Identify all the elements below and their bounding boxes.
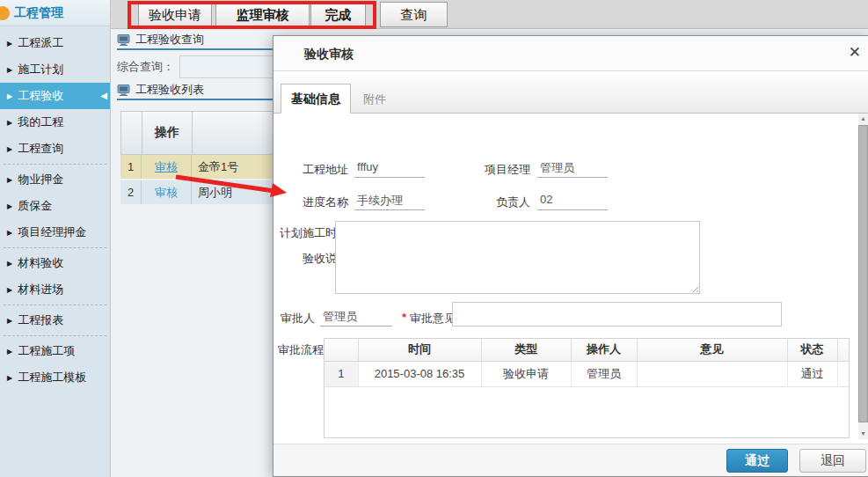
sidebar-item-wuye-yajin[interactable]: ▶物业押金 [0,166,110,193]
dialog-titlebar: 验收审核 ✕ [274,36,868,71]
close-icon[interactable]: ✕ [849,44,861,62]
flow-row-type: 验收申请 [481,361,571,386]
owner-field[interactable]: 02 [537,193,608,210]
project-manager-label: 项目经理 [432,162,530,178]
sidebar-item-label: 我的工程 [18,114,63,130]
bullet-icon: ▶ [7,119,12,127]
sidebar-item-gongcheng-yanshou[interactable]: ▶工程验收◀ [0,83,110,109]
sidebar-item-cailiao-jinchang[interactable]: ▶材料进场 [0,276,110,303]
top-tabbar: 验收申请 监理审核 完成 查询 [111,0,868,29]
tab-supervision-review[interactable]: 监理审核 [215,2,310,27]
sidebar-item-gongcheng-baobiao[interactable]: ▶工程报表 [0,307,110,334]
audit-link[interactable]: 审核 [155,185,178,201]
sidebar-item-label: 工程报表 [18,312,63,328]
flow-row-opinion [637,361,787,386]
bullet-icon: ▶ [7,260,12,268]
sidebar-menu: ▶工程派工 ▶施工计划 ▶工程验收◀ ▶我的工程 ▶工程查询 ▶物业押金 ▶质保… [0,30,110,391]
action-cell: 审核 [142,155,192,179]
flow-row-time: 2015-03-08 16:35 [358,361,481,386]
audit-link[interactable]: 审核 [155,159,178,175]
scroll-down-icon[interactable]: ▼ [858,429,868,439]
approval-opinion-input[interactable] [452,302,782,327]
owner-label: 负责人 [432,194,530,210]
scroll-up-icon[interactable]: ▲ [858,114,868,124]
section-title: 工程验收查询 [135,32,204,48]
tab-attachments[interactable]: 附件 [354,86,395,113]
tab-basic-info[interactable]: 基础信息 [281,84,351,114]
module-dot-icon [0,6,10,20]
project-address-field[interactable]: fffuy [354,160,425,178]
flow-row-status: 通过 [787,361,837,386]
col-header-action: 操作 [142,112,193,154]
dialog-tabstrip: 基础信息 附件 [274,71,868,114]
dialog-title: 验收审核 [304,36,354,71]
flow-row: 1 2015-03-08 16:35 验收申请 管理员 通过 [325,361,849,386]
flow-header-row: 时间 类型 操作人 意见 状态 [325,339,849,361]
sidebar-item-gongcheng-chaxun[interactable]: ▶工程查询 [0,136,110,162]
tab-query[interactable]: 查询 [380,2,448,27]
row-index: 1 [120,155,142,179]
sidebar-item-label: 工程施工模板 [18,370,86,385]
sidebar-item-label: 项目经理押金 [18,224,86,240]
dialog-footer: 通过 退回 [274,444,868,476]
flow-col-type: 类型 [481,339,571,361]
bullet-icon: ▶ [7,176,12,184]
required-asterisk: * [402,311,406,324]
pass-button[interactable]: 通过 [726,449,788,473]
flow-row-index: 1 [325,361,358,386]
bullet-icon: ▶ [7,286,12,294]
progress-name-label: 进度名称 [274,194,348,210]
sidebar-item-gongcheng-shigong-moban[interactable]: ▶工程施工模板 [0,364,110,391]
sidebar-item-shigong-jihua[interactable]: ▶施工计划 [0,56,110,83]
bullet-icon: ▶ [7,92,12,100]
scrollbar-thumb[interactable] [858,125,868,422]
sidebar: 工程管理 ▶工程派工 ▶施工计划 ▶工程验收◀ ▶我的工程 ▶工程查询 ▶物业押… [0,0,111,477]
project-address-label: 工程地址 [274,162,348,178]
bullet-icon: ▶ [7,317,12,325]
tab-complete[interactable]: 完成 [310,2,366,27]
bullet-icon: ▶ [7,40,12,48]
flow-col-status: 状态 [787,339,837,361]
progress-name-field[interactable]: 手续办理 [354,193,425,210]
menu-group-divider [4,335,106,336]
active-item-arrow-icon: ◀ [100,91,107,100]
flow-col-operator: 操作人 [571,339,637,361]
sidebar-item-cailiao-yanshou[interactable]: ▶材料验收 [0,250,110,276]
sidebar-item-zhibaojin[interactable]: ▶质保金 [0,193,110,219]
sidebar-item-label: 质保金 [18,198,52,214]
flow-col-index [325,339,358,361]
bullet-icon: ▶ [7,348,12,356]
project-manager-field[interactable]: 管理员 [537,160,608,178]
sidebar-item-label: 工程查询 [18,141,63,157]
sidebar-item-wode-gongcheng[interactable]: ▶我的工程 [0,109,110,136]
flow-col-extra [837,339,849,361]
sidebar-item-label: 工程施工项 [18,343,75,359]
sidebar-item-label: 材料进场 [18,282,63,297]
action-cell: 审核 [142,180,192,204]
sidebar-item-label: 施工计划 [18,62,63,77]
sidebar-item-xiangmu-jingli-yajin[interactable]: ▶项目经理押金 [0,219,110,246]
monitor-icon [117,84,130,96]
approval-flow-table: 时间 类型 操作人 意见 状态 1 2015-03-08 16:35 验收申请 … [324,338,850,438]
flow-col-opinion: 意见 [637,339,787,361]
sidebar-item-label: 物业押金 [18,172,63,187]
bullet-icon: ▶ [7,374,12,382]
section-title: 工程验收列表 [135,82,204,98]
acceptance-description-textarea[interactable] [335,221,700,294]
bullet-icon: ▶ [7,229,12,237]
tab-acceptance-apply[interactable]: 验收申请 [138,2,212,27]
return-button[interactable]: 退回 [799,449,866,473]
row-index: 2 [120,180,142,204]
sidebar-item-gongcheng-paigong[interactable]: ▶工程派工 [0,30,110,56]
sidebar-item-gongcheng-shigongxiang[interactable]: ▶工程施工项 [0,338,110,364]
approver-field[interactable]: 管理员 [320,309,392,327]
dialog-scrollbar: ▲ ▼ [858,114,868,439]
app-screen: 工程管理 ▶工程派工 ▶施工计划 ▶工程验收◀ ▶我的工程 ▶工程查询 ▶物业押… [0,0,868,477]
sidebar-item-label: 材料验收 [18,255,63,271]
flow-col-time: 时间 [358,339,481,361]
sidebar-item-label: 工程派工 [18,35,63,51]
flow-row-extra [837,361,849,386]
approver-label: 审批人 [274,311,315,327]
monitor-icon [117,34,130,46]
acceptance-review-dialog: 验收审核 ✕ 基础信息 附件 工程地址 fffuy 项目经理 管理员 进度名称 … [273,35,868,477]
